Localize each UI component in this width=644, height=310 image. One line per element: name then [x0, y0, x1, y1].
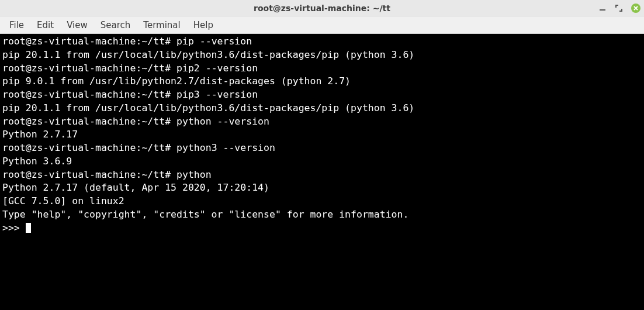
python-repl-prompt: >>>	[2, 222, 26, 233]
shell-prompt: root@zs-virtual-machine:~/tt#	[2, 142, 171, 153]
terminal-line: root@zs-virtual-machine:~/tt# pip2 --ver…	[2, 63, 258, 74]
shell-prompt: root@zs-virtual-machine:~/tt#	[2, 36, 171, 47]
terminal-line: Python 3.6.9	[2, 156, 72, 167]
terminal-line: pip 20.1.1 from /usr/local/lib/python3.6…	[2, 102, 414, 113]
terminal-line: [GCC 7.5.0] on linux2	[2, 195, 124, 206]
window-controls	[598, 4, 640, 13]
menubar: File Edit View Search Terminal Help	[0, 16, 644, 34]
terminal-line: pip 20.1.1 from /usr/local/lib/python3.6…	[2, 49, 414, 60]
close-icon[interactable]	[631, 4, 640, 13]
shell-command: python3 --version	[171, 142, 275, 153]
maximize-icon[interactable]	[615, 4, 623, 12]
terminal-line: pip 9.0.1 from /usr/lib/python2.7/dist-p…	[2, 75, 351, 87]
shell-command: pip3 --version	[171, 89, 258, 100]
terminal-line: Python 2.7.17 (default, Apr 15 2020, 17:…	[2, 182, 275, 193]
terminal-line: Type "help", "copyright", "credits" or "…	[2, 209, 408, 220]
terminal-line: root@zs-virtual-machine:~/tt# pip3 --ver…	[2, 89, 258, 100]
shell-command: python	[171, 169, 212, 180]
shell-prompt: root@zs-virtual-machine:~/tt#	[2, 116, 171, 127]
terminal-line: root@zs-virtual-machine:~/tt# python3 --…	[2, 142, 275, 153]
titlebar: root@zs-virtual-machine: ~/tt	[0, 0, 644, 16]
shell-prompt: root@zs-virtual-machine:~/tt#	[2, 169, 171, 180]
menu-edit[interactable]: Edit	[31, 18, 60, 33]
terminal-line: root@zs-virtual-machine:~/tt# python --v…	[2, 116, 269, 127]
menu-terminal[interactable]: Terminal	[137, 18, 186, 33]
menu-file[interactable]: File	[4, 18, 30, 33]
shell-command: pip --version	[171, 36, 252, 47]
terminal-line: Python 2.7.17	[2, 129, 78, 140]
cursor-icon	[26, 223, 31, 233]
terminal-line: root@zs-virtual-machine:~/tt# python	[2, 169, 212, 180]
shell-command: pip2 --version	[171, 63, 258, 74]
shell-command: python --version	[171, 116, 269, 127]
menu-help[interactable]: Help	[188, 18, 219, 33]
shell-prompt: root@zs-virtual-machine:~/tt#	[2, 63, 171, 74]
terminal-output[interactable]: root@zs-virtual-machine:~/tt# pip --vers…	[0, 34, 644, 310]
terminal-line: root@zs-virtual-machine:~/tt# pip --vers…	[2, 36, 252, 47]
window-title: root@zs-virtual-machine: ~/tt	[254, 4, 390, 13]
minimize-icon[interactable]	[598, 4, 607, 12]
menu-view[interactable]: View	[61, 18, 94, 33]
menu-search[interactable]: Search	[95, 18, 137, 33]
shell-prompt: root@zs-virtual-machine:~/tt#	[2, 89, 171, 100]
